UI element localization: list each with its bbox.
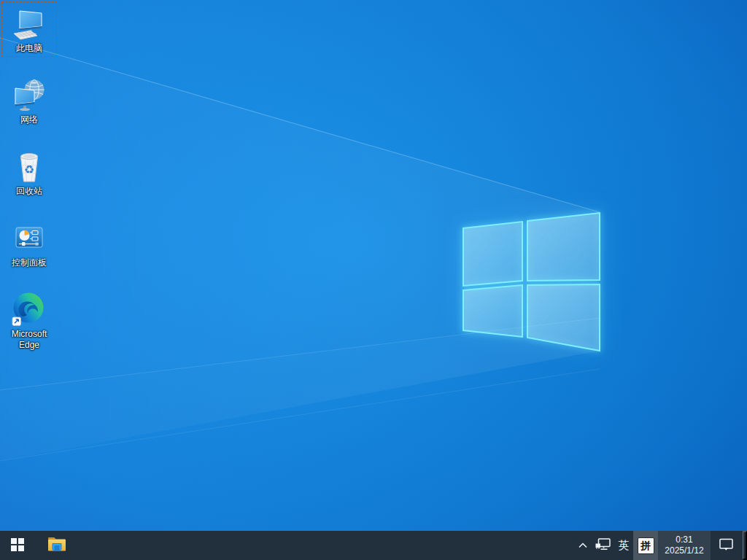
network-status-button[interactable] (592, 531, 614, 560)
recycle-bin-icon: ♻ (12, 149, 47, 184)
ethernet-icon (595, 538, 611, 553)
desktop-icon-this-pc[interactable]: 此电脑 (1, 1, 57, 57)
chevron-up-icon (578, 540, 588, 551)
desktop[interactable]: 此电脑 (0, 0, 747, 531)
control-panel-icon (12, 220, 47, 255)
windows-logo (463, 213, 600, 351)
svg-text:♻: ♻ (24, 163, 34, 176)
desktop-icon-microsoft-edge[interactable]: Microsoft Edge (1, 287, 57, 354)
clock-time: 0:31 (676, 534, 692, 545)
notification-bubble-icon (719, 538, 734, 553)
desktop-icon-label: Microsoft Edge (2, 329, 56, 351)
desktop-icon-control-panel[interactable]: 控制面板 (1, 216, 57, 271)
file-explorer-icon (47, 537, 66, 554)
network-globe-icon (12, 77, 47, 112)
desktop-icon-recycle-bin[interactable]: ♻ 回收站 (1, 144, 57, 200)
clock[interactable]: 0:31 2025/1/12 (658, 531, 711, 560)
computer-icon (12, 6, 47, 41)
desktop-icon-label: 网络 (2, 114, 56, 125)
desktop-icon-label: 回收站 (2, 186, 56, 197)
light-beam (0, 318, 600, 461)
file-explorer-button[interactable] (39, 531, 74, 560)
ime-mode-button[interactable]: 拼 (633, 531, 658, 560)
action-center-button[interactable] (711, 531, 743, 560)
desktop-icon-network[interactable]: 网络 (1, 73, 57, 128)
start-button[interactable] (0, 531, 35, 560)
ime-language-indicator[interactable]: 英 (614, 531, 633, 560)
light-beam (0, 38, 600, 390)
wallpaper-windows-logo (0, 0, 747, 531)
system-tray: 英 拼 0:31 2025/1/12 (573, 531, 747, 560)
windows-logo-icon (11, 538, 24, 553)
screen: 此电脑 (0, 0, 747, 560)
clock-date: 2025/1/12 (665, 545, 703, 556)
show-desktop-button[interactable] (743, 531, 747, 560)
edge-icon (12, 292, 47, 327)
ime-pinyin-indicator: 拼 (638, 537, 654, 554)
taskbar: 英 拼 0:31 2025/1/12 (0, 531, 747, 560)
show-hidden-icons-button[interactable] (573, 531, 592, 560)
desktop-icon-label: 控制面板 (2, 257, 56, 268)
desktop-icon-label: 此电脑 (2, 43, 56, 54)
